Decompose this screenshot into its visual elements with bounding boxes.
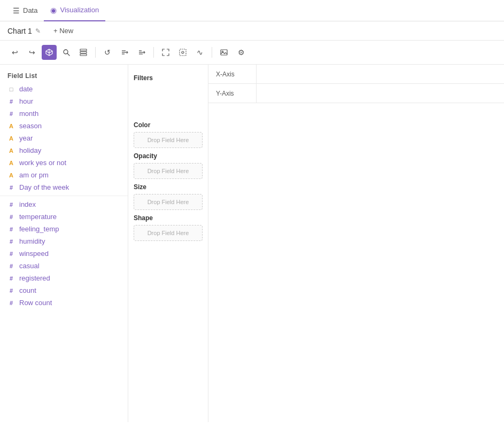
y-axis-row: Y-Axis — [208, 84, 504, 103]
numeric-icon-temp: # — [7, 214, 15, 220]
refresh-button[interactable]: ↺ — [100, 45, 115, 60]
field-item-index[interactable]: # index — [0, 198, 128, 211]
svg-rect-13 — [221, 50, 227, 55]
field-item-count[interactable]: # count — [0, 284, 128, 297]
svg-rect-11 — [180, 49, 186, 56]
cube-view-button[interactable] — [42, 45, 57, 60]
toolbar: ↩ ↪ ↺ ∿ ⚙ — [0, 41, 504, 65]
color-drop-zone[interactable]: Drop Field Here — [134, 132, 203, 148]
numeric-icon-hour: # — [7, 98, 15, 105]
field-item-temperature[interactable]: # temperature — [0, 211, 128, 223]
edit-chart-title-icon[interactable]: ✎ — [35, 27, 41, 35]
field-label-work: work yes or not — [19, 159, 66, 167]
field-label-temperature: temperature — [19, 213, 57, 221]
connect-button[interactable]: ∿ — [192, 45, 207, 60]
text-icon-season: A — [7, 123, 15, 129]
field-item-year[interactable]: A year — [0, 132, 128, 144]
opacity-drop-zone[interactable]: Drop Field Here — [134, 163, 203, 179]
field-label-month: month — [19, 110, 38, 118]
field-label-registered: registered — [19, 274, 50, 282]
color-label: Color — [134, 121, 203, 129]
svg-rect-4 — [80, 54, 87, 56]
filters-drop-area — [134, 85, 203, 117]
tab-visualization[interactable]: ◉ Visualization — [44, 0, 105, 21]
field-item-registered[interactable]: # registered — [0, 272, 128, 284]
field-item-casual[interactable]: # casual — [0, 260, 128, 272]
numeric-icon-feeling-temp: # — [7, 226, 15, 232]
field-label-winspeed: winspeed — [19, 250, 49, 258]
numeric-icon-casual: # — [7, 263, 15, 269]
field-item-row-count[interactable]: # Row count — [0, 297, 128, 309]
tab-visualization-label: Visualization — [60, 6, 99, 14]
top-nav: ☰ Data ◉ Visualization — [0, 0, 504, 21]
x-axis-label: X-Axis — [208, 65, 257, 83]
text-icon-ampm: A — [7, 172, 15, 178]
chart-area: X-Axis Y-Axis — [208, 65, 504, 422]
undo-button[interactable]: ↩ — [7, 45, 22, 60]
numeric-icon-month: # — [7, 111, 15, 117]
field-item-date[interactable]: □ date — [0, 83, 128, 95]
divider-3 — [212, 47, 212, 58]
sort-desc-button[interactable] — [134, 45, 149, 60]
divider-1 — [95, 47, 96, 58]
numeric-icon-dow: # — [7, 184, 15, 191]
field-label-season: season — [19, 122, 42, 130]
field-label-hour: hour — [19, 97, 33, 105]
chart-title: Chart 1 ✎ — [7, 27, 41, 35]
field-label-casual: casual — [19, 262, 40, 270]
sort-asc-button[interactable] — [117, 45, 132, 60]
text-icon-work: A — [7, 160, 15, 166]
size-label: Size — [134, 183, 203, 191]
fit-button[interactable] — [158, 45, 173, 60]
field-item-season[interactable]: A season — [0, 120, 128, 132]
field-item-holiday[interactable]: A holiday — [0, 144, 128, 157]
settings-button[interactable]: ⚙ — [234, 45, 249, 60]
text-icon-holiday: A — [7, 147, 15, 154]
field-label-count: count — [19, 286, 36, 294]
field-item-month[interactable]: # month — [0, 107, 128, 120]
field-item-winspeed[interactable]: # winspeed — [0, 247, 128, 260]
field-label-year: year — [19, 134, 33, 142]
field-item-work-yes-or-not[interactable]: A work yes or not — [0, 157, 128, 169]
shape-drop-zone[interactable]: Drop Field Here — [134, 225, 203, 241]
numeric-icon-humidity: # — [7, 238, 15, 245]
x-axis-row: X-Axis — [208, 65, 504, 84]
redo-button[interactable]: ↪ — [25, 45, 40, 60]
numeric-icon-index: # — [7, 201, 15, 208]
chart-title-bar: Chart 1 ✎ + New — [0, 21, 504, 41]
new-chart-button[interactable]: + New — [49, 26, 77, 36]
divider-2 — [153, 47, 154, 58]
field-label-humidity: humidity — [19, 237, 45, 245]
field-label-dow: Day of the week — [19, 183, 69, 191]
size-drop-zone[interactable]: Drop Field Here — [134, 194, 203, 210]
data-icon: ☰ — [13, 6, 20, 15]
field-label-date: date — [19, 85, 33, 93]
svg-point-12 — [182, 51, 184, 53]
field-item-feeling-temp[interactable]: # feeling_temp — [0, 223, 128, 235]
svg-line-1 — [67, 53, 69, 56]
chart-canvas — [208, 103, 504, 422]
numeric-icon-registered: # — [7, 275, 15, 282]
tab-data[interactable]: ☰ Data — [6, 0, 44, 21]
text-icon-year: A — [7, 135, 15, 142]
field-item-humidity[interactable]: # humidity — [0, 235, 128, 247]
field-item-day-of-week[interactable]: # Day of the week — [0, 181, 128, 193]
field-label-row-count: Row count — [19, 299, 52, 307]
date-type-icon: □ — [7, 86, 15, 92]
field-item-am-or-pm[interactable]: A am or pm — [0, 169, 128, 181]
opacity-label: Opacity — [134, 152, 203, 160]
field-label-holiday: holiday — [19, 146, 41, 154]
svg-rect-2 — [80, 49, 87, 51]
config-panel: Filters Color Drop Field Here Opacity Dr… — [128, 65, 208, 422]
visualization-icon: ◉ — [50, 6, 57, 14]
image-button[interactable] — [216, 45, 231, 60]
filters-label: Filters — [134, 74, 203, 82]
main-content: Field List □ date # hour # month A seaso… — [0, 65, 504, 422]
select-button[interactable] — [175, 45, 190, 60]
shape-label: Shape — [134, 214, 203, 222]
tab-data-label: Data — [23, 6, 37, 14]
numeric-icon-winspeed: # — [7, 251, 15, 257]
field-item-hour[interactable]: # hour — [0, 95, 128, 107]
search-button[interactable] — [59, 45, 74, 60]
layers-button[interactable] — [76, 45, 91, 60]
